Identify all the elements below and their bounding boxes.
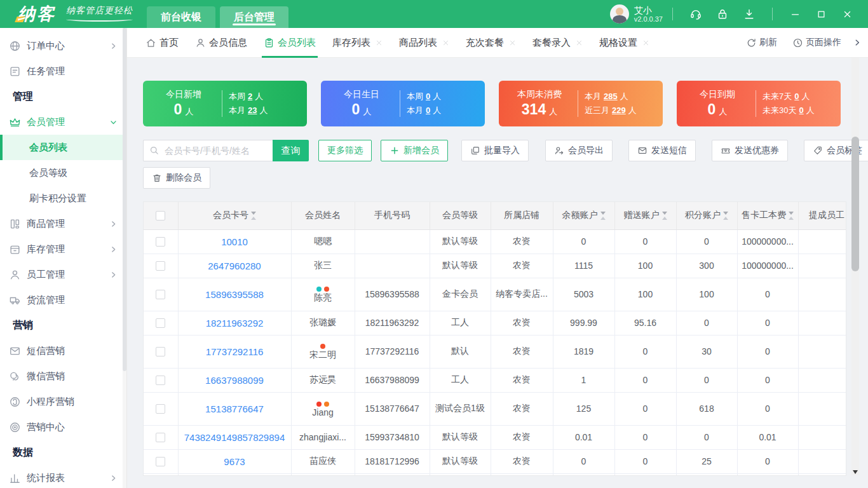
lock-icon[interactable] — [716, 8, 729, 20]
refresh-button[interactable]: 刷新 — [746, 37, 777, 48]
substat-value[interactable]: 2 — [248, 92, 252, 101]
page-tab[interactable]: 会员信息 — [187, 28, 255, 58]
sidebar-subitem[interactable]: 刷卡积分设置 — [0, 186, 126, 211]
cell-name: 宋二明 — [291, 335, 355, 368]
mode-tab-backoffice[interactable]: 后台管理 — [220, 6, 288, 28]
more-filters-button-label: 更多筛选 — [327, 145, 363, 156]
substat-value[interactable]: 23 — [248, 105, 257, 115]
member-tag-dots — [292, 402, 355, 407]
member-card-link[interactable]: 2647960280 — [208, 261, 261, 271]
stat-card-value: 314人 — [522, 102, 557, 118]
sort-up-icon — [789, 217, 794, 220]
sidebar-item[interactable]: 会员管理 — [0, 109, 126, 135]
substat-value[interactable]: 229 — [612, 105, 626, 115]
row-checkbox[interactable] — [156, 404, 165, 414]
member-card-link[interactable]: 16637988099 — [205, 375, 264, 386]
member-card-link[interactable]: 10010 — [221, 236, 248, 247]
page-tab-label: 充次套餐 — [466, 37, 504, 49]
page-tab[interactable]: 库存列表 — [324, 28, 391, 58]
member-card-link[interactable]: 18211963292 — [206, 318, 264, 329]
chevron-right-icon — [109, 474, 118, 482]
sidebar-item[interactable]: 微信营销 — [0, 363, 126, 389]
stat-card-title: 今日新增 — [166, 89, 201, 100]
substat-value[interactable]: 0 — [799, 105, 803, 115]
page-tab[interactable]: 规格设置 — [591, 28, 658, 58]
sort-toggle[interactable] — [662, 212, 667, 220]
column-header-label: 积分账户 — [685, 210, 721, 221]
sidebar-item[interactable]: 库存管理 — [0, 236, 126, 262]
sidebar-item[interactable]: 营销中心 — [0, 414, 126, 440]
sidebar-item-label: 微信营销 — [27, 370, 65, 383]
column-header-label: 会员卡号 — [213, 210, 248, 221]
scrollbar-down-arrow[interactable] — [851, 468, 859, 476]
content-scrollbar[interactable] — [851, 58, 859, 475]
row-select-cell — [144, 425, 178, 449]
support-headset-icon[interactable] — [689, 8, 702, 20]
page-operations-button[interactable]: 页面操作 — [792, 37, 841, 48]
sort-toggle[interactable] — [251, 212, 256, 220]
batch-import-button[interactable]: 批量导入 — [461, 140, 529, 161]
sort-toggle[interactable] — [600, 212, 606, 220]
member-export-button[interactable]: 会员导出 — [545, 140, 613, 161]
sidebar-subitem[interactable]: 会员列表 — [0, 135, 126, 160]
close-icon[interactable] — [843, 10, 852, 19]
select-all-checkbox[interactable] — [156, 211, 165, 220]
page-tab[interactable]: 充次套餐 — [458, 28, 524, 58]
sidebar-item[interactable]: 短信营销 — [0, 338, 126, 363]
cell-commission — [798, 425, 846, 449]
cell-commission — [798, 254, 846, 278]
member-card-link[interactable]: 9673 — [224, 456, 245, 467]
sidebar-item[interactable]: 统计报表 — [0, 465, 126, 488]
sidebar-item[interactable]: 员工管理 — [0, 262, 126, 287]
substat-value[interactable]: 0 — [794, 92, 799, 101]
sidebar-item[interactable]: 任务管理 — [0, 58, 126, 84]
row-checkbox[interactable] — [156, 376, 165, 385]
cell-balance: 1115 — [553, 254, 614, 278]
row-checkbox[interactable] — [156, 290, 165, 299]
substat-value[interactable]: 285 — [604, 92, 618, 101]
content-scrollbar-thumb[interactable] — [851, 137, 859, 271]
mode-tab-cashier[interactable]: 前台收银 — [147, 6, 215, 28]
row-checkbox[interactable] — [156, 261, 165, 271]
maximize-icon[interactable] — [817, 10, 826, 19]
send-coupon-button[interactable]: 发送优惠券 — [712, 140, 788, 161]
minimize-icon[interactable] — [790, 10, 800, 19]
row-checkbox[interactable] — [156, 457, 165, 466]
sort-toggle[interactable] — [723, 212, 728, 220]
page-tab[interactable]: 首页 — [137, 28, 187, 58]
sidebar-scrollbar[interactable] — [123, 28, 126, 488]
sidebar-scrollbar-thumb[interactable] — [123, 28, 126, 371]
avatar[interactable] — [610, 4, 629, 24]
sort-toggle[interactable] — [789, 212, 794, 220]
row-checkbox[interactable] — [156, 318, 165, 328]
sidebar-subitem[interactable]: 会员等级 — [0, 160, 126, 186]
row-checkbox[interactable] — [156, 347, 165, 356]
member-card-link[interactable]: 17737292116 — [206, 346, 264, 357]
substat-value[interactable]: 0 — [426, 92, 430, 101]
stat-card-substat: 未来7天0人 — [763, 90, 815, 104]
member-card-link[interactable]: 7438249149857829894 — [184, 432, 285, 443]
sidebar-item[interactable]: 商品管理 — [0, 211, 126, 236]
substat-value[interactable]: 0 — [426, 105, 430, 115]
delete-member-button[interactable]: 删除会员 — [143, 167, 210, 189]
sidebar-item[interactable]: 订单中心 — [0, 33, 126, 58]
sidebar-item[interactable]: 货流管理 — [0, 287, 126, 313]
tabbar-more-icon[interactable] — [853, 38, 862, 47]
cell-balance: 1819 — [553, 335, 614, 368]
page-tab[interactable]: 会员列表 — [255, 28, 324, 58]
page-tab[interactable]: 商品列表 — [391, 28, 458, 58]
send-sms-button[interactable]: 发送短信 — [628, 140, 696, 161]
row-checkbox[interactable] — [156, 237, 165, 247]
add-member-button[interactable]: 新增会员 — [381, 140, 448, 161]
more-filters-button[interactable]: 更多筛选 — [318, 140, 372, 161]
row-checkbox[interactable] — [156, 433, 165, 442]
download-icon[interactable] — [743, 8, 756, 20]
cell-card: 15896395588 — [178, 278, 291, 311]
member-card-link[interactable]: 15138776647 — [205, 403, 264, 414]
tag-dot — [320, 344, 325, 349]
page-tab[interactable]: 套餐录入 — [524, 28, 591, 58]
search-button[interactable]: 查询 — [273, 140, 309, 161]
search-input[interactable] — [143, 140, 273, 161]
sidebar-item[interactable]: 小程序营销 — [0, 389, 126, 414]
member-card-link[interactable]: 15896395588 — [205, 289, 264, 300]
